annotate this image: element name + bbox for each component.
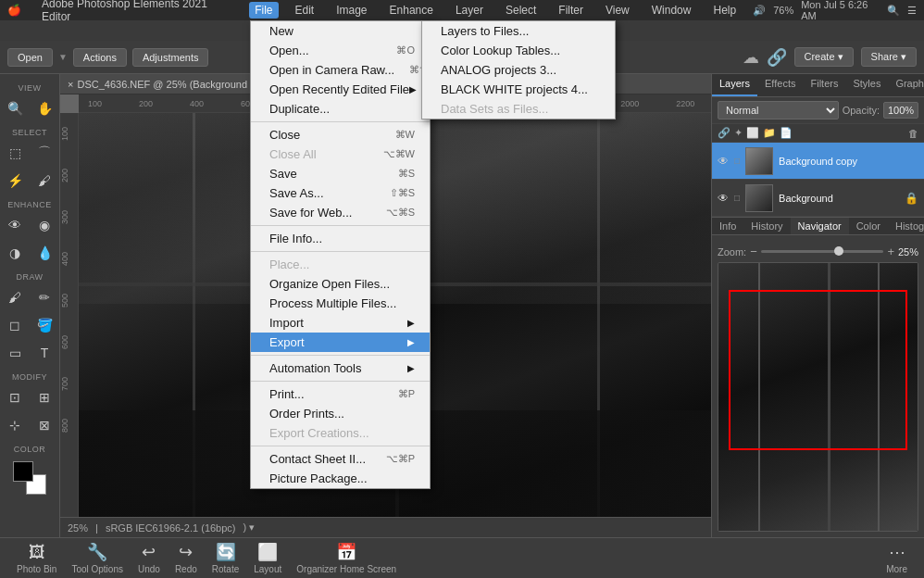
blend-mode-select[interactable]: Normal bbox=[718, 101, 839, 119]
zoom-slider[interactable] bbox=[761, 250, 884, 253]
marquee-tool[interactable]: ⬚ bbox=[2, 140, 28, 166]
layers-tab[interactable]: Layers bbox=[712, 74, 757, 96]
rotate-button[interactable]: 🔄 Rotate bbox=[205, 540, 246, 576]
cloud-icon[interactable]: ☁ bbox=[743, 47, 759, 68]
export-analog-projects[interactable]: ANALOG projects 3... bbox=[422, 60, 615, 80]
add-mask-icon[interactable]: ⬜ bbox=[746, 127, 759, 139]
history-tab[interactable]: History bbox=[743, 218, 790, 234]
menu-picture-package[interactable]: Picture Package... bbox=[251, 469, 430, 488]
layer-item-background-copy[interactable]: 👁 □ Background copy bbox=[712, 143, 924, 180]
menu-organize-open[interactable]: Organize Open Files... bbox=[251, 274, 430, 294]
transform-tool[interactable]: ⊠ bbox=[31, 412, 57, 438]
menu-adobe[interactable]: Adobe Photoshop Elements 2021 Editor bbox=[36, 0, 238, 25]
menu-file[interactable]: File bbox=[249, 2, 278, 19]
recompose-tool[interactable]: ⊞ bbox=[31, 384, 57, 410]
menu-open-camera-raw[interactable]: Open in Camera Raw... ⌘⌥O bbox=[251, 60, 430, 80]
redo-button[interactable]: ↪ Redo bbox=[168, 540, 205, 576]
paint-bucket-tool[interactable]: 🪣 bbox=[31, 312, 57, 338]
eraser-tool[interactable]: ◻ bbox=[2, 312, 28, 338]
color-swatches[interactable] bbox=[13, 461, 46, 495]
export-layers-to-files[interactable]: Layers to Files... bbox=[422, 21, 615, 41]
canvas-close-btn[interactable]: × bbox=[68, 79, 73, 90]
menu-save[interactable]: Save ⌘S bbox=[251, 164, 430, 183]
blur-tool[interactable]: 💧 bbox=[31, 240, 57, 266]
undo-button[interactable]: ↩ Undo bbox=[131, 540, 168, 576]
open-button[interactable]: Open bbox=[7, 48, 53, 67]
menu-print[interactable]: Print... ⌘P bbox=[251, 384, 430, 404]
zoom-tool[interactable]: 🔍 bbox=[2, 95, 28, 121]
actions-tab[interactable]: Actions bbox=[73, 48, 127, 67]
brush-tool[interactable]: 🖌 bbox=[2, 284, 28, 310]
lasso-tool[interactable]: ⌒ bbox=[31, 140, 57, 166]
menu-import[interactable]: Import ▶ bbox=[251, 313, 430, 333]
zoom-in-icon[interactable]: + bbox=[887, 245, 894, 258]
layer-visibility-toggle-1[interactable]: 👁 bbox=[718, 155, 729, 168]
graphics-tab[interactable]: Graphics bbox=[888, 74, 924, 96]
more-button[interactable]: ⋯ More bbox=[879, 540, 915, 576]
crop-tool[interactable]: ⊡ bbox=[2, 384, 28, 410]
menu-view[interactable]: View bbox=[600, 2, 635, 19]
dodge-tool[interactable]: ◑ bbox=[2, 240, 28, 266]
opacity-value[interactable]: 100% bbox=[883, 102, 918, 119]
menu-duplicate[interactable]: Duplicate... bbox=[251, 99, 430, 119]
menu-close[interactable]: Close ⌘W bbox=[251, 125, 430, 144]
eye-tool[interactable]: 👁 bbox=[2, 212, 28, 238]
zoom-out-icon[interactable]: − bbox=[750, 245, 757, 258]
move-tool[interactable]: ⊹ bbox=[2, 412, 28, 438]
menu-file-info[interactable]: File Info... bbox=[251, 229, 430, 248]
menu-enhance[interactable]: Enhance bbox=[384, 2, 439, 19]
pencil-tool[interactable]: ✏ bbox=[31, 284, 57, 310]
styles-tab[interactable]: Styles bbox=[845, 74, 888, 96]
layout-button[interactable]: ⬜ Layout bbox=[246, 540, 289, 576]
menu-filter[interactable]: Filter bbox=[553, 2, 589, 19]
menu-order-prints[interactable]: Order Prints... bbox=[251, 404, 430, 423]
menu-select[interactable]: Select bbox=[500, 2, 542, 19]
share-button[interactable]: Share ▾ bbox=[861, 47, 917, 67]
menu-edit[interactable]: Edit bbox=[290, 2, 320, 19]
menu-automation-tools[interactable]: Automation Tools ▶ bbox=[251, 358, 430, 378]
menu-layer[interactable]: Layer bbox=[450, 2, 489, 19]
layer-visibility-toggle-2[interactable]: 👁 bbox=[718, 192, 729, 205]
menu-new[interactable]: New bbox=[251, 21, 430, 41]
menu-save-as[interactable]: Save As... ⇧⌘S bbox=[251, 183, 430, 203]
text-tool[interactable]: T bbox=[31, 340, 57, 366]
add-style-icon[interactable]: ✦ bbox=[734, 127, 743, 139]
export-bw-projects[interactable]: BLACK WHITE projects 4... bbox=[422, 80, 615, 99]
link-icon[interactable]: 🔗 bbox=[767, 47, 787, 68]
menu-save-web[interactable]: Save for Web... ⌥⌘S bbox=[251, 203, 430, 222]
effects-tab[interactable]: Effects bbox=[757, 74, 803, 96]
menu-window[interactable]: Window bbox=[646, 2, 697, 19]
export-color-lookup[interactable]: Color Lookup Tables... bbox=[422, 41, 615, 60]
selection-brush[interactable]: 🖌 bbox=[31, 168, 57, 194]
delete-layer-icon[interactable]: 🗑 bbox=[908, 128, 918, 139]
info-tab[interactable]: Info bbox=[712, 218, 743, 234]
shape-tool[interactable]: ▭ bbox=[2, 340, 28, 366]
spot-tool[interactable]: ◉ bbox=[31, 212, 57, 238]
new-layer-icon[interactable]: 📄 bbox=[780, 127, 793, 139]
menu-process-multiple[interactable]: Process Multiple Files... bbox=[251, 294, 430, 313]
menu-icon[interactable]: ☰ bbox=[907, 5, 917, 17]
menu-export[interactable]: Export ▶ bbox=[251, 333, 430, 352]
filters-tab[interactable]: Filters bbox=[803, 74, 845, 96]
adjustments-tab[interactable]: Adjustments bbox=[132, 48, 209, 67]
navigator-viewport-indicator[interactable] bbox=[729, 290, 908, 450]
tool-options-button[interactable]: 🔧 Tool Options bbox=[64, 540, 131, 576]
magic-wand-tool[interactable]: ⚡ bbox=[2, 168, 28, 194]
create-button[interactable]: Create ▾ bbox=[794, 47, 854, 67]
menu-contact-sheet[interactable]: Contact Sheet II... ⌥⌘P bbox=[251, 449, 430, 469]
layer-item-background[interactable]: 👁 □ Background 🔒 bbox=[712, 180, 924, 217]
search-icon[interactable]: 🔍 bbox=[887, 5, 900, 17]
histogram-tab[interactable]: Histogram bbox=[888, 218, 924, 234]
foreground-color-swatch[interactable] bbox=[13, 461, 33, 482]
hand-tool[interactable]: ✋ bbox=[31, 95, 57, 121]
menu-open[interactable]: Open... ⌘O bbox=[251, 41, 430, 60]
photo-bin-button[interactable]: 🖼 Photo Bin bbox=[9, 541, 64, 576]
navigator-tab[interactable]: Navigator bbox=[791, 218, 849, 234]
link-layers-icon[interactable]: 🔗 bbox=[718, 127, 730, 139]
menu-image[interactable]: Image bbox=[331, 2, 372, 19]
menu-open-recently[interactable]: Open Recently Edited File ▶ bbox=[251, 80, 430, 99]
organizer-button[interactable]: 📅 Organizer Home Screen bbox=[289, 540, 404, 576]
new-group-icon[interactable]: 📁 bbox=[763, 127, 776, 139]
menu-help[interactable]: Help bbox=[707, 2, 742, 19]
color-tab[interactable]: Color bbox=[849, 218, 888, 234]
